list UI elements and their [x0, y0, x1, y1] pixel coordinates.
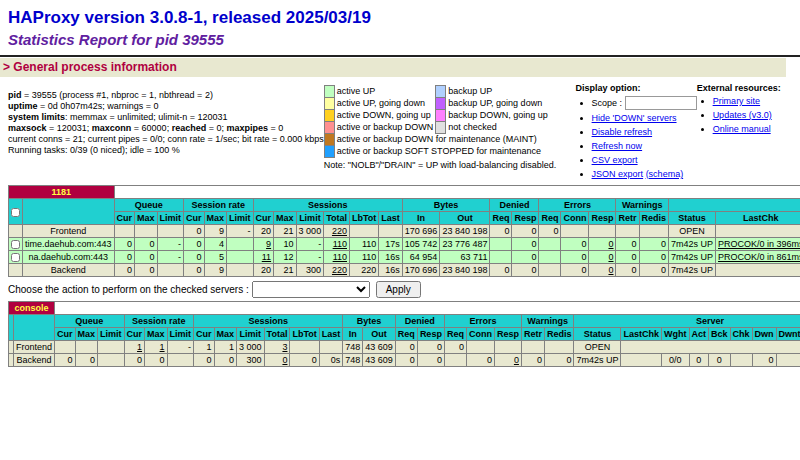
column-group-sessions: Sessions	[194, 315, 343, 328]
cell-bytes-in: 170 696	[402, 264, 440, 277]
cell-queue-max	[75, 341, 98, 354]
column-group-queue: Queue	[114, 199, 184, 212]
column-header-denied-req: Req	[395, 328, 417, 341]
section-header-general-process-info: > General process information	[0, 58, 786, 77]
display-options: Display option: Scope : Hide 'DOWN' serv…	[576, 83, 697, 183]
column-header-lbtot: LbTot	[349, 212, 378, 225]
server-checkbox[interactable]	[11, 240, 20, 249]
legend-label: backup DOWN, going up	[446, 110, 550, 122]
cell-rate-max: 9	[204, 225, 227, 238]
cell-denied-resp: 0	[417, 354, 444, 367]
column-header-lastchk: LastChk	[716, 212, 800, 225]
cell-sess-cur: 20	[253, 264, 274, 277]
cell-lbtot: 110	[349, 251, 378, 264]
process-info-line: uptime = 0d 0h07m42s; warnings = 0	[8, 101, 324, 112]
cell-lastchk	[621, 354, 662, 367]
proxy-row-name: Frontend	[14, 341, 55, 354]
select-all-cell[interactable]	[9, 199, 23, 225]
legend-label: backup UP	[446, 86, 550, 98]
cell-queue-limit	[157, 264, 184, 277]
process-info-text: = 0	[268, 123, 283, 133]
cell-sess-cur: 0	[194, 354, 215, 367]
apply-button[interactable]: Apply	[376, 281, 421, 298]
cell-status: 7m42s UP	[669, 238, 716, 251]
row-checkbox-cell[interactable]	[9, 238, 23, 251]
cell-err-resp	[589, 225, 616, 238]
cell-sess-max: 0	[214, 354, 237, 367]
cell-rate-limit	[227, 264, 254, 277]
column-header-last: Last	[319, 328, 343, 341]
cell-sess-total: 0	[264, 354, 290, 367]
cell-rate-cur: 0	[184, 238, 205, 251]
process-info-text: Running tasks: 0/39 (0 niced); idle = 10…	[8, 145, 180, 155]
table-mount-console: consoleQueueSession rateSessionsBytesDen…	[0, 301, 800, 367]
cell-queue-max: 0	[135, 251, 158, 264]
proxy-row-name: Backend	[14, 354, 55, 367]
cell-err-resp	[494, 341, 521, 354]
cell-err-req	[539, 264, 561, 277]
stats-table-console: consoleQueueSession rateSessionsBytesDen…	[8, 301, 800, 367]
json-export-link[interactable]: JSON export	[592, 169, 644, 179]
cell-denied-req: 0	[490, 225, 512, 238]
column-header-warn-redis: Redis	[639, 212, 669, 225]
cell-err-req	[539, 251, 561, 264]
proxy-name-tab[interactable]: console	[9, 302, 55, 315]
cell-act: 0	[689, 354, 709, 367]
cell-queue-cur: 0	[114, 238, 135, 251]
cell-denied-resp: 0	[417, 341, 444, 354]
cell-bytes-in: 64 954	[402, 251, 440, 264]
column-header-sess-total: Total	[324, 212, 350, 225]
server-checkbox[interactable]	[11, 253, 20, 262]
display-option-link[interactable]: Hide 'DOWN' servers	[592, 113, 677, 123]
cell-queue-cur: 0	[55, 354, 76, 367]
display-option-link[interactable]: Disable refresh	[592, 127, 653, 137]
column-header-warn-retr: Retr	[616, 212, 639, 225]
page-subtitle: Statistics Report for pid 39555	[8, 31, 800, 48]
process-info-text: pid	[8, 90, 22, 100]
display-option-link[interactable]: Refresh now	[592, 141, 643, 151]
row-backend: Backend0009202130022022016s170 69623 840…	[9, 264, 800, 277]
column-header-err-conn: Conn	[561, 212, 589, 225]
scope-label: Scope :	[592, 98, 623, 108]
page-title-haproxy-home-link[interactable]: HAProxy version 3.0.8-1, released 2025/0…	[8, 8, 800, 28]
column-header-bck: Bck	[709, 328, 731, 341]
external-resources-list: Primary siteUpdates (v3.0)Online manual	[697, 96, 800, 135]
cell-chk	[730, 354, 752, 367]
action-bar: Choose the action to perform on the chec…	[8, 281, 800, 298]
column-group-bytes: Bytes	[402, 199, 490, 212]
row-checkbox-cell[interactable]	[9, 251, 23, 264]
legend-swatch	[324, 110, 334, 122]
legend-label: active or backup DOWN	[334, 122, 436, 134]
external-resource-link[interactable]: Primary site	[713, 96, 761, 106]
legend-swatch	[324, 146, 334, 158]
divider	[0, 55, 800, 57]
process-info-line: current conns = 21; current pipes = 0/0;…	[8, 134, 324, 145]
scope-input[interactable]	[625, 96, 697, 110]
column-header-dwn: Dwn	[752, 328, 776, 341]
cell-sess-max: 12	[274, 251, 297, 264]
cell-bytes-in: 170 696	[402, 225, 440, 238]
json-schema-link[interactable]: (schema)	[646, 169, 684, 179]
column-group-bytes: Bytes	[343, 315, 396, 328]
column-header-sess-limit: Limit	[237, 328, 265, 341]
proxy-row-name: Frontend	[23, 225, 115, 238]
display-option-link[interactable]: CSV export	[592, 155, 638, 165]
cell-queue-limit: -	[157, 251, 184, 264]
column-header-chk: Chk	[730, 328, 752, 341]
cell-denied-resp: 0	[512, 225, 539, 238]
select-all-checkbox[interactable]	[11, 208, 20, 217]
cell-queue-cur	[114, 225, 135, 238]
stats-table-1181: 1181QueueSession rateSessionsBytesDenied…	[8, 185, 800, 277]
cell-warn-redis: 0	[639, 264, 669, 277]
process-info-line: pid = 39555 (process #1, nbproc = 1, nbt…	[8, 90, 324, 101]
external-resource-link[interactable]: Online manual	[713, 124, 771, 134]
external-resource-link[interactable]: Updates (v3.0)	[713, 110, 772, 120]
column-header-err-resp: Resp	[494, 328, 521, 341]
proxy-name-tab[interactable]: 1181	[9, 186, 115, 199]
cell-err-resp: 0	[589, 238, 616, 251]
column-group-sessions: Sessions	[253, 199, 402, 212]
cell-status: 7m42s UP	[574, 354, 621, 367]
action-select[interactable]	[252, 281, 370, 298]
process-info-text: = 39555 (process #1, nbproc = 1, nbthrea…	[22, 90, 213, 100]
legend-swatch	[324, 122, 334, 134]
